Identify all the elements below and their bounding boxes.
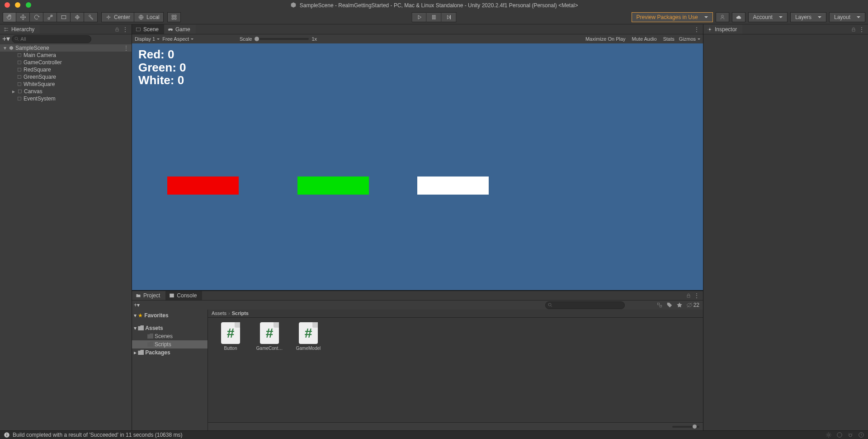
breadcrumb-segment[interactable]: Assets — [212, 310, 226, 316]
layers-dropdown[interactable]: Layers — [790, 12, 826, 22]
maximize-on-play-toggle[interactable]: Maximize On Play — [584, 36, 627, 42]
scene-row[interactable]: ▾ SampleScene ⋮ — [0, 44, 132, 52]
search-by-label-button[interactable] — [666, 302, 673, 308]
lock-icon[interactable] — [851, 27, 856, 32]
preview-packages-button[interactable]: Preview Packages in Use — [632, 12, 713, 22]
breadcrumb-segment[interactable]: Scripts — [232, 310, 249, 316]
hierarchy-search-input[interactable] — [12, 35, 91, 43]
hidden-packages-button[interactable]: 22 — [686, 302, 699, 308]
hierarchy-item[interactable]: EventSystem — [0, 95, 132, 102]
handle-space-button[interactable]: Local — [134, 12, 164, 22]
red-square — [167, 177, 239, 195]
assets-row[interactable]: ▾ Assets — [132, 324, 208, 332]
gizmos-dropdown[interactable]: Gizmos — [679, 36, 700, 42]
icon-size-slider[interactable] — [672, 426, 699, 428]
scale-label: Scale — [240, 36, 252, 42]
stats-toggle[interactable]: Stats — [661, 36, 676, 42]
game-tab[interactable]: Game — [164, 24, 196, 34]
console-tab[interactable]: Console — [165, 291, 202, 300]
panel-menu-icon[interactable]: ⋮ — [859, 26, 864, 33]
panel-menu-icon[interactable]: ⋮ — [694, 292, 699, 299]
save-search-button[interactable] — [676, 302, 683, 308]
play-button[interactable] — [412, 12, 427, 22]
game-tab-label: Game — [175, 26, 190, 33]
hierarchy-item[interactable]: GreenSquare — [0, 73, 132, 81]
svg-rect-30 — [687, 296, 690, 298]
asset-item[interactable]: #GameModel — [294, 322, 323, 351]
console-tab-label: Console — [177, 292, 197, 299]
title-bar: SampleScene - RealmGettingStarted - PC, … — [0, 0, 868, 10]
auto-generate-lighting-icon[interactable] — [826, 432, 832, 438]
rotate-tool-button[interactable] — [30, 12, 43, 22]
search-by-type-button[interactable] — [656, 302, 663, 308]
hierarchy-item-label: EventSystem — [24, 95, 56, 102]
pivot-mode-button[interactable]: Center — [101, 12, 134, 22]
project-tab[interactable]: Project — [132, 291, 165, 300]
snap-toggle-button[interactable] — [167, 12, 181, 22]
transform-combined-tool-button[interactable] — [71, 12, 84, 22]
svg-rect-18 — [116, 29, 118, 31]
collab-button[interactable] — [716, 12, 729, 22]
create-button[interactable]: +▾ — [2, 36, 10, 42]
project-tab-label: Project — [143, 292, 160, 299]
hierarchy-item[interactable]: RedSquare — [0, 66, 132, 73]
scripts-row[interactable]: Scripts — [132, 340, 208, 348]
asset-label: Button — [216, 346, 245, 351]
gameobject-icon — [17, 60, 22, 65]
bug-report-icon[interactable] — [847, 432, 854, 438]
mute-audio-toggle[interactable]: Mute Audio — [630, 36, 659, 42]
lock-icon[interactable] — [114, 27, 120, 32]
close-window-button[interactable] — [5, 2, 10, 8]
scene-tab[interactable]: Scene — [132, 24, 164, 34]
hierarchy-item[interactable]: ▸Canvas — [0, 88, 132, 95]
pause-button[interactable] — [427, 12, 442, 22]
layout-dropdown[interactable]: Layout — [829, 12, 865, 22]
project-search-input[interactable] — [545, 301, 625, 309]
activity-icon[interactable] — [858, 432, 864, 438]
main-toolbar: Center Local Preview Packages in Use Acc… — [0, 10, 868, 24]
hierarchy-item[interactable]: GameController — [0, 59, 132, 66]
scene-menu-icon[interactable]: ⋮ — [123, 45, 132, 51]
transform-tools-group — [3, 12, 98, 22]
hierarchy-tab[interactable]: Hierarchy — [0, 24, 40, 34]
preview-packages-label: Preview Packages in Use — [637, 14, 698, 20]
hierarchy-item[interactable]: WhiteSquare — [0, 81, 132, 88]
status-message: Build completed with a result of 'Succee… — [13, 432, 182, 438]
panel-menu-icon[interactable]: ⋮ — [123, 26, 128, 33]
display-dropdown-label: Display 1 — [135, 36, 155, 42]
asset-item[interactable]: #GameCont… — [255, 322, 284, 351]
pivot-handle-group: Center Local — [101, 12, 164, 22]
favorites-row[interactable]: ▾ ★Favorites — [132, 311, 208, 320]
hierarchy-item[interactable]: Main Camera — [0, 52, 132, 59]
panel-menu-icon[interactable]: ⋮ — [694, 26, 699, 33]
inspector-tab[interactable]: Inspector — [703, 24, 742, 34]
svg-rect-10 — [175, 18, 176, 19]
svg-rect-28 — [137, 28, 141, 31]
rect-tool-button[interactable] — [57, 12, 71, 22]
zoom-window-button[interactable] — [26, 2, 31, 8]
step-button[interactable] — [442, 12, 457, 22]
scenes-row[interactable]: Scenes — [132, 332, 208, 340]
svg-rect-1 — [61, 16, 66, 19]
display-dropdown[interactable]: Display 1 — [135, 36, 160, 42]
account-dropdown[interactable]: Account — [748, 12, 788, 22]
hand-tool-button[interactable] — [3, 12, 16, 22]
cloud-button[interactable] — [732, 12, 745, 22]
aspect-dropdown[interactable]: Free Aspect — [162, 36, 193, 42]
packages-row[interactable]: ▸ Packages — [132, 348, 208, 357]
csharp-script-icon: # — [221, 322, 240, 344]
layers-label: Layers — [795, 14, 811, 20]
custom-tools-button[interactable] — [84, 12, 98, 22]
lock-icon[interactable] — [686, 293, 691, 298]
progress-icon[interactable] — [836, 432, 843, 438]
asset-item[interactable]: #Button — [216, 322, 245, 351]
scale-tool-button[interactable] — [43, 12, 57, 22]
status-bar: Build completed with a result of 'Succee… — [0, 430, 868, 439]
gameobject-icon — [17, 81, 22, 87]
svg-point-35 — [709, 29, 711, 30]
gizmos-label: Gizmos — [679, 36, 696, 42]
project-create-button[interactable]: +▾ — [134, 302, 140, 308]
scale-slider[interactable] — [255, 38, 309, 40]
move-tool-button[interactable] — [16, 12, 30, 22]
minimize-window-button[interactable] — [15, 2, 20, 8]
